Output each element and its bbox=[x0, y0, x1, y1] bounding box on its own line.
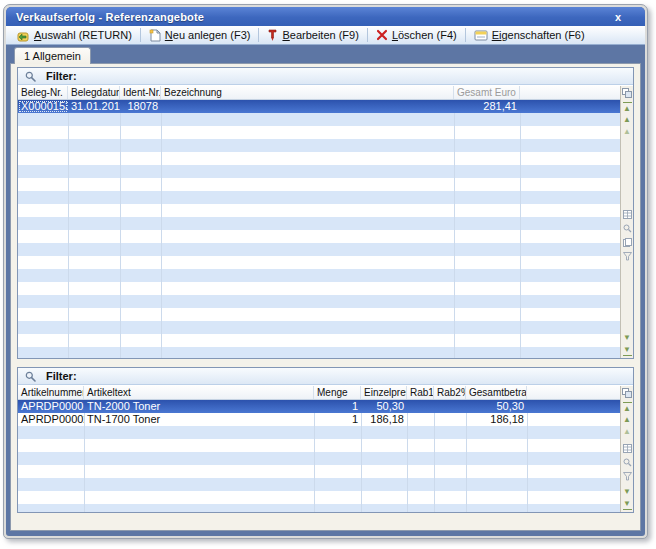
cell-artikelnummer[interactable]: APRDP00002 bbox=[18, 413, 84, 426]
col-header-beleg-nr[interactable]: Beleg-Nr. bbox=[18, 86, 68, 99]
column-divider bbox=[454, 100, 455, 358]
page-up-icon[interactable]: ▲ bbox=[621, 426, 633, 438]
cell-menge[interactable]: 1 bbox=[314, 413, 361, 426]
column-chooser-icon[interactable] bbox=[621, 86, 633, 100]
column-divider bbox=[120, 100, 121, 358]
search-icon[interactable] bbox=[25, 71, 36, 82]
positions-grid: Filter: Artikelnummer Artikeltext Menge … bbox=[17, 367, 634, 513]
toolbar-separator bbox=[258, 28, 259, 42]
cell-gesamtbetrag[interactable]: 186,18 bbox=[466, 413, 527, 426]
cell-beleg-nr[interactable]: X0000153 bbox=[18, 100, 68, 113]
auswahl-label: Auswahl (RETURN) bbox=[34, 29, 132, 41]
col-header-gesamt-euro[interactable]: Gesamt Euro bbox=[454, 86, 520, 99]
filter-funnel-icon[interactable] bbox=[621, 249, 633, 263]
window-frame: Verkaufserfolg - Referenzangebote x Ausw… bbox=[6, 7, 645, 536]
positions-side-strip: ▲ ▲ ▲ ▼ ▼ bbox=[620, 386, 633, 512]
col-header-einzelpreis[interactable]: Einzelpreis bbox=[361, 386, 407, 399]
scroll-to-top-icon[interactable]: ▲ bbox=[623, 402, 632, 414]
properties-icon bbox=[474, 29, 488, 42]
offers-selected-row[interactable]: X0000153 31.01.2011 /Mo 18078 281,41 bbox=[18, 100, 620, 113]
neu-anlegen-label: Neu anlegen (F3) bbox=[165, 29, 251, 41]
cell-artikeltext[interactable]: TN-2000 Toner bbox=[84, 400, 314, 413]
cell-empty bbox=[527, 413, 620, 426]
page-up-icon[interactable]: ▲ bbox=[621, 126, 633, 138]
neu-anlegen-button[interactable]: Neu anlegen (F3) bbox=[142, 26, 258, 44]
positions-row[interactable]: APRDP00002 TN-1700 Toner 1 186,18 186,18 bbox=[18, 413, 620, 426]
auswahl-button[interactable]: Auswahl (RETURN) bbox=[9, 26, 139, 44]
toolbar-separator bbox=[140, 28, 141, 42]
edit-pen-icon bbox=[267, 29, 278, 42]
content-panel: Filter: Beleg-Nr. Belegdatum Ident-Nr. B… bbox=[10, 63, 641, 531]
column-divider bbox=[520, 100, 521, 358]
cell-einzelpreis[interactable]: 50,30 bbox=[361, 400, 407, 413]
col-header-rab2[interactable]: Rab2% bbox=[434, 386, 466, 399]
cell-ident-nr[interactable]: 18078 bbox=[120, 100, 161, 113]
col-header-bezeichnung[interactable]: Bezeichnung bbox=[161, 86, 454, 99]
positions-filter-bar: Filter: bbox=[18, 368, 633, 385]
cell-menge[interactable]: 1 bbox=[314, 400, 361, 413]
tab-allgemein[interactable]: 1 Allgemein bbox=[14, 47, 91, 64]
cell-rab1[interactable] bbox=[407, 413, 434, 426]
positions-selected-row[interactable]: APRDP00001 TN-2000 Toner 1 50,30 50,30 bbox=[18, 400, 620, 413]
cell-artikeltext[interactable]: TN-1700 Toner bbox=[84, 413, 314, 426]
select-return-icon bbox=[16, 29, 30, 42]
search-icon[interactable] bbox=[25, 371, 36, 382]
column-chooser-icon[interactable] bbox=[621, 386, 633, 400]
scroll-to-top-icon[interactable]: ▲ bbox=[623, 102, 632, 114]
filter-funnel-icon[interactable] bbox=[621, 469, 633, 483]
tab-row: 1 Allgemein bbox=[14, 47, 91, 64]
toolbar-separator bbox=[367, 28, 368, 42]
close-icon[interactable]: x bbox=[607, 11, 629, 23]
offers-grid: Filter: Beleg-Nr. Belegdatum Ident-Nr. B… bbox=[17, 67, 634, 359]
col-header-belegdatum[interactable]: Belegdatum bbox=[68, 86, 120, 99]
positions-body[interactable]: APRDP00001 TN-2000 Toner 1 50,30 50,30 A… bbox=[18, 400, 620, 512]
cell-einzelpreis[interactable]: 186,18 bbox=[361, 413, 407, 426]
col-header-menge[interactable]: Menge bbox=[314, 386, 361, 399]
new-document-icon bbox=[149, 29, 161, 42]
cell-gesamt-euro[interactable]: 281,41 bbox=[454, 100, 520, 113]
col-header-artikelnummer[interactable]: Artikelnummer bbox=[18, 386, 84, 399]
cell-rab2[interactable] bbox=[434, 400, 466, 413]
positions-filter-label: Filter: bbox=[46, 370, 77, 382]
col-header-gesamtbetrag[interactable]: Gesamtbetrag bbox=[466, 386, 527, 399]
col-header-empty bbox=[520, 86, 620, 99]
cell-empty bbox=[527, 400, 620, 413]
bearbeiten-button[interactable]: Bearbeiten (F9) bbox=[260, 26, 365, 44]
loeschen-button[interactable]: Löschen (F4) bbox=[369, 26, 464, 44]
eigenschaften-button[interactable]: Eigenschaften (F6) bbox=[467, 26, 592, 44]
positions-header-row: Artikelnummer Artikeltext Menge Einzelpr… bbox=[18, 386, 620, 400]
title-bar[interactable]: Verkaufserfolg - Referenzangebote x bbox=[6, 7, 645, 26]
col-header-rab1[interactable]: Rab1% bbox=[407, 386, 434, 399]
dialog-window: Verkaufserfolg - Referenzangebote x Ausw… bbox=[3, 4, 648, 539]
cell-gesamtbetrag[interactable]: 50,30 bbox=[466, 400, 527, 413]
col-header-ident-nr[interactable]: Ident-Nr. bbox=[120, 86, 161, 99]
column-divider bbox=[68, 100, 69, 358]
scroll-up-icon[interactable]: ▲ bbox=[621, 114, 633, 126]
grid-view-icon[interactable] bbox=[621, 441, 633, 455]
cell-rab1[interactable] bbox=[407, 400, 434, 413]
cell-belegdatum[interactable]: 31.01.2011 /Mo bbox=[68, 100, 120, 113]
scroll-to-bottom-icon[interactable]: ▼ bbox=[623, 344, 632, 356]
offers-body[interactable]: X0000153 31.01.2011 /Mo 18078 281,41 bbox=[18, 100, 620, 358]
scroll-down-icon[interactable]: ▼ bbox=[621, 486, 633, 498]
cell-rab2[interactable] bbox=[434, 413, 466, 426]
col-header-artikeltext[interactable]: Artikeltext bbox=[84, 386, 314, 399]
window-body: 1 Allgemein Filter: Beleg-Nr. Belegdatum… bbox=[6, 45, 645, 536]
col-header-empty bbox=[527, 386, 620, 399]
offers-filter-bar: Filter: bbox=[18, 68, 633, 85]
column-divider bbox=[161, 100, 162, 358]
toolbar: Auswahl (RETURN) Neu anlegen (F3) Bearbe… bbox=[6, 26, 645, 45]
scroll-up-icon[interactable]: ▲ bbox=[621, 414, 633, 426]
search-row-icon[interactable] bbox=[621, 455, 633, 469]
scroll-to-bottom-icon[interactable]: ▼ bbox=[623, 498, 632, 510]
toolbar-separator bbox=[465, 28, 466, 42]
search-row-icon[interactable] bbox=[621, 221, 633, 235]
cell-empty bbox=[520, 100, 620, 113]
grid-view-icon[interactable] bbox=[621, 207, 633, 221]
pages-icon[interactable] bbox=[621, 235, 633, 249]
delete-x-icon bbox=[376, 29, 388, 41]
offers-side-strip: ▲ ▲ ▲ ▼ bbox=[620, 86, 633, 358]
scroll-down-icon[interactable]: ▼ bbox=[621, 332, 633, 344]
cell-artikelnummer[interactable]: APRDP00001 bbox=[18, 400, 84, 413]
cell-bezeichnung[interactable] bbox=[161, 100, 454, 113]
